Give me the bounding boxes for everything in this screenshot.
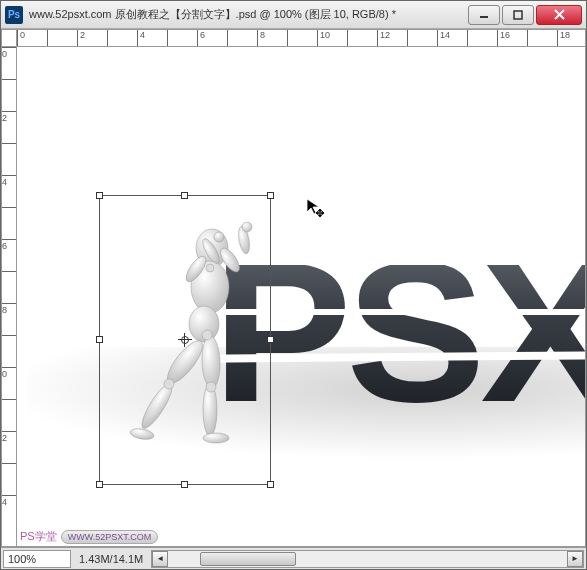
ruler-tick: 16: [497, 30, 510, 46]
ruler-tick: [167, 30, 170, 46]
minimize-icon: [479, 10, 489, 20]
ruler-tick: [107, 30, 110, 46]
ruler-tick: [287, 30, 290, 46]
ruler-tick: [2, 143, 16, 145]
ruler-tick: [47, 30, 50, 46]
svg-rect-1: [514, 11, 522, 19]
ruler-tick: [227, 30, 230, 46]
doc-size-text: 1.43M/14.1M: [73, 553, 149, 565]
transform-handle[interactable]: [267, 481, 274, 488]
ruler-origin[interactable]: [1, 29, 17, 47]
window-title: www.52psxt.com 原创教程之【分割文字】.psd @ 100% (图…: [29, 7, 468, 22]
transform-handle[interactable]: [267, 336, 274, 343]
ruler-tick: 4: [2, 495, 16, 507]
move-cursor-icon: [305, 197, 325, 217]
watermark-url: WWW.52PSXT.COM: [61, 530, 159, 544]
scroll-thumb[interactable]: [200, 552, 296, 566]
ruler-vertical[interactable]: 02468024: [1, 47, 17, 547]
ruler-tick: 4: [137, 30, 145, 46]
ruler-tick: 2: [77, 30, 85, 46]
horizontal-scrollbar[interactable]: ◄ ►: [151, 550, 584, 568]
ruler-tick: 0: [2, 47, 16, 59]
transform-handle[interactable]: [96, 336, 103, 343]
scroll-left-button[interactable]: ◄: [152, 551, 168, 567]
ruler-tick: [2, 399, 16, 401]
transform-handle[interactable]: [267, 192, 274, 199]
ruler-tick: [2, 207, 16, 209]
transform-bounding-box[interactable]: [99, 195, 271, 485]
scroll-right-button[interactable]: ►: [567, 551, 583, 567]
ruler-tick: 6: [2, 239, 16, 251]
document-canvas[interactable]: PSX: [17, 47, 585, 546]
ruler-tick: 2: [2, 431, 16, 443]
ruler-tick: [2, 271, 16, 273]
maximize-button[interactable]: [502, 5, 534, 25]
ruler-tick: 10: [317, 30, 330, 46]
watermark: PS学堂 WWW.52PSXT.COM: [20, 529, 158, 544]
ruler-tick: [407, 30, 410, 46]
ruler-tick: 12: [377, 30, 390, 46]
ruler-tick: [467, 30, 470, 46]
ruler-tick: 18: [557, 30, 570, 46]
maximize-icon: [513, 10, 523, 20]
ruler-tick: 8: [2, 303, 16, 315]
app-icon: Ps: [5, 6, 23, 24]
ruler-horizontal[interactable]: 024681012141618: [17, 29, 586, 47]
ruler-tick: 4: [2, 175, 16, 187]
ruler-tick: [2, 463, 16, 465]
titlebar[interactable]: Ps www.52psxt.com 原创教程之【分割文字】.psd @ 100%…: [1, 1, 586, 29]
app-window: Ps www.52psxt.com 原创教程之【分割文字】.psd @ 100%…: [0, 0, 587, 570]
ruler-tick: 2: [2, 111, 16, 123]
ruler-tick: [347, 30, 350, 46]
transform-handle[interactable]: [96, 481, 103, 488]
status-bar: 100% 1.43M/14.1M ◄ ►: [1, 547, 586, 569]
ruler-tick: 0: [17, 30, 25, 46]
zoom-input[interactable]: 100%: [3, 550, 71, 568]
close-button[interactable]: [536, 5, 582, 25]
ruler-tick: [2, 335, 16, 337]
transform-handle[interactable]: [96, 192, 103, 199]
watermark-label: PS学堂: [20, 529, 57, 544]
ruler-tick: [527, 30, 530, 46]
canvas-area[interactable]: PSX: [17, 47, 586, 547]
scroll-track[interactable]: [168, 552, 567, 566]
ruler-tick: 14: [437, 30, 450, 46]
ruler-tick: 0: [2, 367, 16, 379]
minimize-button[interactable]: [468, 5, 500, 25]
ruler-tick: 8: [257, 30, 265, 46]
transform-handle[interactable]: [181, 481, 188, 488]
close-icon: [554, 9, 565, 20]
ruler-tick: 6: [197, 30, 205, 46]
transform-handle[interactable]: [181, 192, 188, 199]
ruler-tick: [2, 79, 16, 81]
transform-center-icon[interactable]: [178, 333, 192, 347]
